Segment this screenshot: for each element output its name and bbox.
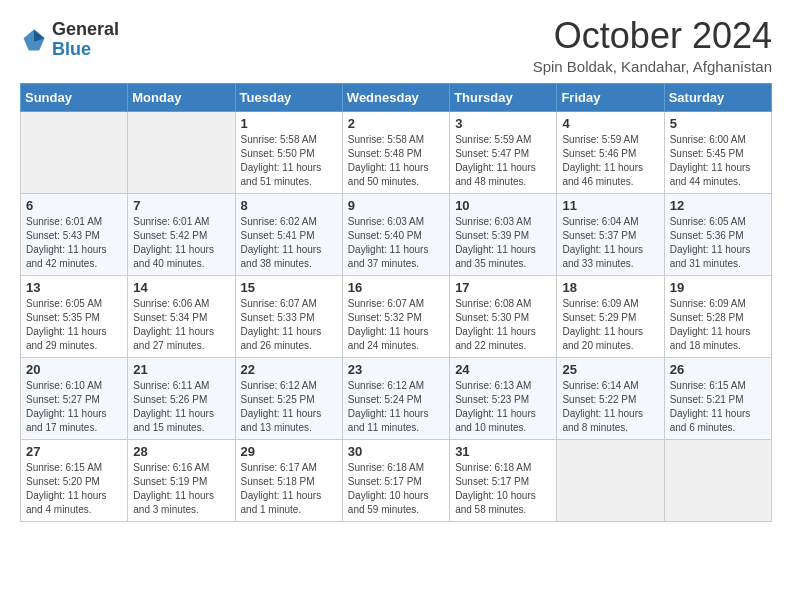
calendar-cell: 26Sunrise: 6:15 AMSunset: 5:21 PMDayligh… [664, 357, 771, 439]
day-info: Sunrise: 6:07 AMSunset: 5:32 PMDaylight:… [348, 297, 444, 353]
page-header: General Blue October 2024 Spin Boldak, K… [20, 16, 772, 75]
day-info: Sunrise: 6:01 AMSunset: 5:42 PMDaylight:… [133, 215, 229, 271]
day-info: Sunrise: 6:18 AMSunset: 5:17 PMDaylight:… [348, 461, 444, 517]
calendar-cell: 12Sunrise: 6:05 AMSunset: 5:36 PMDayligh… [664, 193, 771, 275]
day-number: 3 [455, 116, 551, 131]
day-info: Sunrise: 5:59 AMSunset: 5:47 PMDaylight:… [455, 133, 551, 189]
day-number: 21 [133, 362, 229, 377]
header-wednesday: Wednesday [342, 83, 449, 111]
day-number: 15 [241, 280, 337, 295]
day-info: Sunrise: 6:11 AMSunset: 5:26 PMDaylight:… [133, 379, 229, 435]
day-number: 9 [348, 198, 444, 213]
day-number: 20 [26, 362, 122, 377]
calendar-cell: 28Sunrise: 6:16 AMSunset: 5:19 PMDayligh… [128, 439, 235, 521]
calendar-cell: 4Sunrise: 5:59 AMSunset: 5:46 PMDaylight… [557, 111, 664, 193]
calendar-cell: 29Sunrise: 6:17 AMSunset: 5:18 PMDayligh… [235, 439, 342, 521]
day-number: 17 [455, 280, 551, 295]
day-number: 13 [26, 280, 122, 295]
week-row-5: 27Sunrise: 6:15 AMSunset: 5:20 PMDayligh… [21, 439, 772, 521]
day-info: Sunrise: 6:10 AMSunset: 5:27 PMDaylight:… [26, 379, 122, 435]
calendar-cell: 21Sunrise: 6:11 AMSunset: 5:26 PMDayligh… [128, 357, 235, 439]
day-info: Sunrise: 6:09 AMSunset: 5:29 PMDaylight:… [562, 297, 658, 353]
day-info: Sunrise: 6:05 AMSunset: 5:36 PMDaylight:… [670, 215, 766, 271]
day-info: Sunrise: 6:18 AMSunset: 5:17 PMDaylight:… [455, 461, 551, 517]
day-number: 4 [562, 116, 658, 131]
calendar-cell: 23Sunrise: 6:12 AMSunset: 5:24 PMDayligh… [342, 357, 449, 439]
day-number: 10 [455, 198, 551, 213]
day-number: 31 [455, 444, 551, 459]
calendar-cell: 25Sunrise: 6:14 AMSunset: 5:22 PMDayligh… [557, 357, 664, 439]
day-number: 28 [133, 444, 229, 459]
header-friday: Friday [557, 83, 664, 111]
day-info: Sunrise: 5:58 AMSunset: 5:50 PMDaylight:… [241, 133, 337, 189]
day-number: 27 [26, 444, 122, 459]
day-info: Sunrise: 6:08 AMSunset: 5:30 PMDaylight:… [455, 297, 551, 353]
calendar-cell: 5Sunrise: 6:00 AMSunset: 5:45 PMDaylight… [664, 111, 771, 193]
calendar-cell: 17Sunrise: 6:08 AMSunset: 5:30 PMDayligh… [450, 275, 557, 357]
calendar-cell: 13Sunrise: 6:05 AMSunset: 5:35 PMDayligh… [21, 275, 128, 357]
calendar-cell [664, 439, 771, 521]
calendar-cell [557, 439, 664, 521]
calendar-cell [21, 111, 128, 193]
day-info: Sunrise: 6:09 AMSunset: 5:28 PMDaylight:… [670, 297, 766, 353]
logo-text: General Blue [52, 20, 119, 60]
day-info: Sunrise: 6:07 AMSunset: 5:33 PMDaylight:… [241, 297, 337, 353]
day-info: Sunrise: 6:15 AMSunset: 5:21 PMDaylight:… [670, 379, 766, 435]
calendar-cell: 14Sunrise: 6:06 AMSunset: 5:34 PMDayligh… [128, 275, 235, 357]
day-number: 7 [133, 198, 229, 213]
calendar-body: 1Sunrise: 5:58 AMSunset: 5:50 PMDaylight… [21, 111, 772, 521]
day-info: Sunrise: 6:00 AMSunset: 5:45 PMDaylight:… [670, 133, 766, 189]
day-info: Sunrise: 6:03 AMSunset: 5:39 PMDaylight:… [455, 215, 551, 271]
day-info: Sunrise: 6:03 AMSunset: 5:40 PMDaylight:… [348, 215, 444, 271]
calendar-cell: 16Sunrise: 6:07 AMSunset: 5:32 PMDayligh… [342, 275, 449, 357]
day-info: Sunrise: 5:58 AMSunset: 5:48 PMDaylight:… [348, 133, 444, 189]
week-row-1: 1Sunrise: 5:58 AMSunset: 5:50 PMDaylight… [21, 111, 772, 193]
day-info: Sunrise: 6:05 AMSunset: 5:35 PMDaylight:… [26, 297, 122, 353]
week-row-3: 13Sunrise: 6:05 AMSunset: 5:35 PMDayligh… [21, 275, 772, 357]
day-info: Sunrise: 6:13 AMSunset: 5:23 PMDaylight:… [455, 379, 551, 435]
day-number: 19 [670, 280, 766, 295]
week-row-2: 6Sunrise: 6:01 AMSunset: 5:43 PMDaylight… [21, 193, 772, 275]
logo-general: General [52, 20, 119, 40]
calendar-cell: 8Sunrise: 6:02 AMSunset: 5:41 PMDaylight… [235, 193, 342, 275]
location: Spin Boldak, Kandahar, Afghanistan [533, 58, 772, 75]
logo: General Blue [20, 20, 119, 60]
day-number: 8 [241, 198, 337, 213]
calendar-cell: 6Sunrise: 6:01 AMSunset: 5:43 PMDaylight… [21, 193, 128, 275]
day-number: 24 [455, 362, 551, 377]
day-number: 6 [26, 198, 122, 213]
day-number: 12 [670, 198, 766, 213]
day-info: Sunrise: 6:06 AMSunset: 5:34 PMDaylight:… [133, 297, 229, 353]
calendar-cell: 18Sunrise: 6:09 AMSunset: 5:29 PMDayligh… [557, 275, 664, 357]
header-tuesday: Tuesday [235, 83, 342, 111]
calendar-cell: 24Sunrise: 6:13 AMSunset: 5:23 PMDayligh… [450, 357, 557, 439]
day-info: Sunrise: 5:59 AMSunset: 5:46 PMDaylight:… [562, 133, 658, 189]
day-number: 16 [348, 280, 444, 295]
day-number: 1 [241, 116, 337, 131]
calendar-cell: 19Sunrise: 6:09 AMSunset: 5:28 PMDayligh… [664, 275, 771, 357]
day-number: 25 [562, 362, 658, 377]
calendar-cell: 3Sunrise: 5:59 AMSunset: 5:47 PMDaylight… [450, 111, 557, 193]
calendar-cell: 11Sunrise: 6:04 AMSunset: 5:37 PMDayligh… [557, 193, 664, 275]
day-number: 23 [348, 362, 444, 377]
day-number: 18 [562, 280, 658, 295]
calendar-cell: 30Sunrise: 6:18 AMSunset: 5:17 PMDayligh… [342, 439, 449, 521]
header-monday: Monday [128, 83, 235, 111]
header-row: SundayMondayTuesdayWednesdayThursdayFrid… [21, 83, 772, 111]
calendar-cell: 7Sunrise: 6:01 AMSunset: 5:42 PMDaylight… [128, 193, 235, 275]
header-thursday: Thursday [450, 83, 557, 111]
week-row-4: 20Sunrise: 6:10 AMSunset: 5:27 PMDayligh… [21, 357, 772, 439]
header-sunday: Sunday [21, 83, 128, 111]
day-number: 11 [562, 198, 658, 213]
logo-icon [20, 26, 48, 54]
day-number: 29 [241, 444, 337, 459]
day-number: 14 [133, 280, 229, 295]
title-block: October 2024 Spin Boldak, Kandahar, Afgh… [533, 16, 772, 75]
month-title: October 2024 [533, 16, 772, 56]
day-info: Sunrise: 6:14 AMSunset: 5:22 PMDaylight:… [562, 379, 658, 435]
calendar-cell: 22Sunrise: 6:12 AMSunset: 5:25 PMDayligh… [235, 357, 342, 439]
header-saturday: Saturday [664, 83, 771, 111]
calendar-cell: 20Sunrise: 6:10 AMSunset: 5:27 PMDayligh… [21, 357, 128, 439]
day-number: 22 [241, 362, 337, 377]
logo-blue: Blue [52, 40, 119, 60]
